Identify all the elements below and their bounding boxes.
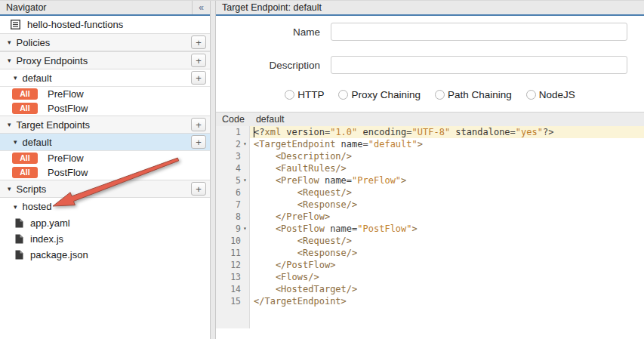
code-text[interactable]: </TargetEndpoint>: [250, 295, 644, 307]
sidebar-item-label: Scripts: [17, 183, 47, 195]
code-line-3[interactable]: 3 <Description/>: [216, 150, 644, 162]
chevron-down-icon[interactable]: ▾: [8, 57, 11, 64]
add-default-button[interactable]: +: [191, 71, 206, 85]
code-line-13[interactable]: 13 <Flows/>: [216, 271, 644, 283]
fold-arrow-icon[interactable]: ▾: [241, 174, 249, 186]
sidebar-item-label: app.yaml: [30, 217, 70, 229]
sidebar-item-proxy-endpoints[interactable]: ▾Proxy Endpoints+: [0, 51, 210, 69]
name-input[interactable]: [331, 23, 627, 41]
add-default-button[interactable]: +: [191, 135, 206, 149]
code-line-1[interactable]: 1<?xml version="1.0" encoding="UTF-8" st…: [216, 126, 644, 138]
radio-option-path-chaining[interactable]: Path Chaining: [435, 89, 512, 100]
code-line-8[interactable]: 8 </PreFlow>: [216, 211, 644, 223]
sidebar-item-label: Target Endpoints: [17, 119, 91, 131]
sidebar-item-index-js[interactable]: index.js: [0, 231, 210, 247]
code-text[interactable]: <FaultRules/>: [250, 162, 644, 174]
code-text[interactable]: <Response/>: [250, 247, 644, 259]
line-number-gutter: 8: [216, 211, 250, 223]
sidebar-item-hello-hosted-functions[interactable]: hello-hosted-functions: [0, 16, 210, 33]
description-input[interactable]: [331, 56, 627, 74]
code-line-2[interactable]: 2▾<TargetEndpoint name="default">: [216, 138, 644, 150]
code-text[interactable]: <Flows/>: [250, 271, 644, 283]
line-number: 3: [236, 150, 241, 162]
endpoint-form: Name Description HTTPProxy ChainingPath …: [216, 16, 644, 100]
line-number-gutter: 15: [216, 295, 250, 307]
radio-circle-icon[interactable]: [338, 90, 348, 100]
code-line-14[interactable]: 14 <HostedTarget/>: [216, 283, 644, 295]
sidebar-item-scripts[interactable]: ▾Scripts+: [0, 180, 210, 198]
sidebar-item-postflow[interactable]: AllPostFlow: [0, 165, 210, 180]
code-line-12[interactable]: 12 </PostFlow>: [216, 259, 644, 271]
line-number: 1: [236, 126, 241, 138]
code-text[interactable]: <HostedTarget/>: [250, 283, 644, 295]
code-text[interactable]: <Response/>: [250, 199, 644, 211]
chevron-down-icon[interactable]: ▾: [8, 185, 11, 193]
gutter-filler: [216, 307, 644, 328]
line-number-gutter: 3: [216, 150, 250, 162]
code-text[interactable]: <Request/>: [250, 235, 644, 247]
line-number: 9: [236, 223, 241, 235]
line-number: 5: [236, 174, 241, 186]
target-endpoint-title: Target Endpoint: default: [222, 2, 644, 13]
chevron-down-icon[interactable]: ▾: [14, 138, 17, 146]
sidebar-item-policies[interactable]: ▾Policies+: [0, 33, 210, 51]
sidebar-item-label: default: [23, 72, 52, 84]
add-scripts-button[interactable]: +: [191, 182, 206, 196]
code-line-10[interactable]: 10 <Request/>: [216, 235, 644, 247]
collapse-sidebar-button[interactable]: «: [192, 1, 210, 14]
chevron-down-icon[interactable]: ▾: [14, 74, 17, 82]
sidebar-item-preflow[interactable]: AllPreFlow: [0, 87, 210, 101]
sidebar-item-preflow[interactable]: AllPreFlow: [0, 151, 210, 165]
sidebar-item-postflow[interactable]: AllPostFlow: [0, 101, 210, 116]
code-text[interactable]: <?xml version="1.0" encoding="UTF-8" sta…: [250, 126, 644, 138]
radio-circle-icon[interactable]: [285, 90, 294, 100]
radio-option-proxy-chaining[interactable]: Proxy Chaining: [338, 89, 421, 100]
radio-option-http[interactable]: HTTP: [285, 89, 324, 100]
add-proxy-endpoints-button[interactable]: +: [191, 54, 206, 67]
line-number-gutter: 14: [216, 283, 250, 295]
sidebar-item-default[interactable]: ▾default+: [0, 69, 210, 87]
line-number-gutter: 5▾: [216, 174, 250, 186]
add-policies-button[interactable]: +: [191, 35, 206, 49]
code-line-7[interactable]: 7 <Response/>: [216, 199, 644, 211]
code-text[interactable]: <Description/>: [250, 150, 644, 162]
code-line-4[interactable]: 4 <FaultRules/>: [216, 162, 644, 174]
fold-arrow-icon[interactable]: ▾: [241, 223, 249, 235]
line-number-gutter: 4: [216, 162, 250, 174]
code-tab-bar: Code default: [216, 112, 644, 126]
radio-circle-icon[interactable]: [526, 90, 536, 100]
navigator-tree: hello-hosted-functions▾Policies+▾Proxy E…: [0, 16, 210, 263]
code-text[interactable]: </PostFlow>: [250, 259, 644, 271]
sidebar-item-target-endpoints[interactable]: ▾Target Endpoints+: [0, 116, 210, 134]
chevron-down-icon[interactable]: ▾: [8, 121, 11, 128]
line-number-gutter: 9▾: [216, 223, 250, 235]
code-text[interactable]: <PostFlow name="PostFlow">: [250, 223, 644, 235]
code-line-15[interactable]: 15</TargetEndpoint>: [216, 295, 644, 307]
sidebar-item-default[interactable]: ▾default+: [0, 134, 210, 151]
add-target-endpoints-button[interactable]: +: [191, 118, 206, 131]
line-number-gutter: 2▾: [216, 138, 250, 150]
radio-circle-icon[interactable]: [435, 90, 445, 100]
code-line-6[interactable]: 6 <Request/>: [216, 186, 644, 199]
code-tab-label: Code: [222, 114, 245, 125]
code-file-name[interactable]: default: [256, 114, 285, 125]
code-line-11[interactable]: 11 <Response/>: [216, 247, 644, 259]
radio-option-nodejs[interactable]: NodeJS: [526, 89, 575, 100]
sidebar-item-app-yaml[interactable]: app.yaml: [0, 215, 210, 231]
code-text[interactable]: </PreFlow>: [250, 211, 644, 223]
code-line-9[interactable]: 9▾ <PostFlow name="PostFlow">: [216, 223, 644, 235]
sidebar-item-package-json[interactable]: package.json: [0, 247, 210, 263]
sidebar-item-hosted[interactable]: ▾hosted: [0, 198, 210, 215]
code-line-5[interactable]: 5▾ <PreFlow name="PreFlow">: [216, 174, 644, 186]
target-endpoint-panel: Target Endpoint: default Name Descriptio…: [215, 1, 644, 339]
code-text[interactable]: <TargetEndpoint name="default">: [250, 138, 644, 150]
code-text[interactable]: <Request/>: [250, 186, 644, 199]
name-field-row: Name: [216, 23, 644, 41]
xml-code-editor[interactable]: 1<?xml version="1.0" encoding="UTF-8" st…: [216, 126, 644, 328]
chevron-down-icon[interactable]: ▾: [8, 39, 11, 46]
code-text[interactable]: <PreFlow name="PreFlow">: [250, 174, 644, 186]
file-icon: [15, 234, 23, 244]
fold-arrow-icon[interactable]: ▾: [241, 138, 249, 150]
chevron-down-icon[interactable]: ▾: [14, 203, 17, 211]
line-number: 15: [230, 295, 241, 307]
